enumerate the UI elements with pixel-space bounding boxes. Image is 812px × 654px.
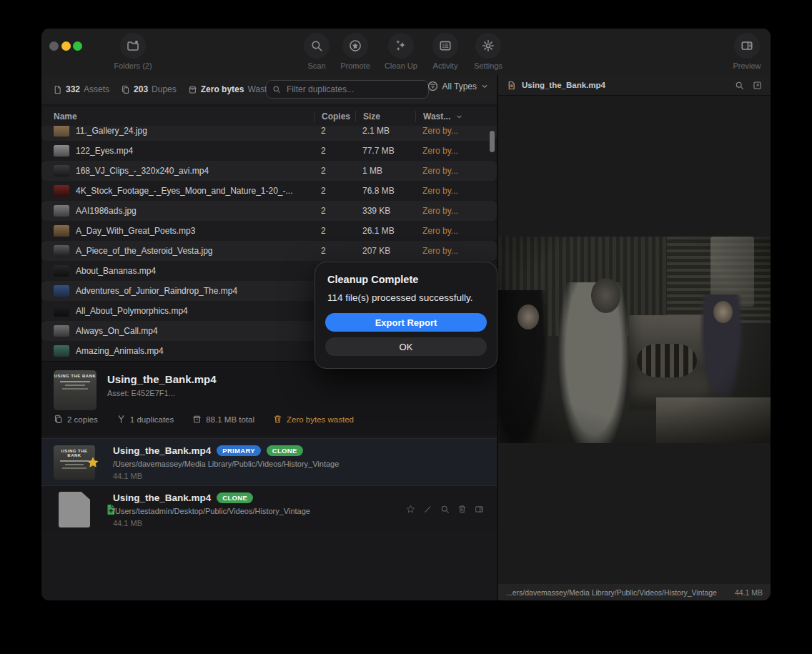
table-row[interactable]: A_Piece_of_the_Asteroid_Vesta.jpg2207 KB… [41, 241, 497, 261]
size-cell: 339 KB [355, 206, 415, 216]
document-icon [53, 85, 62, 94]
table-row[interactable]: 122_Eyes.mp4277.7 MBZero by... [41, 141, 497, 161]
asset-stat: 88.1 MB total [192, 415, 254, 424]
file-name: 4K_Stock_Footage_-_Eyes_Moon_and_Nature_… [76, 186, 293, 196]
sort-chevron-icon [456, 114, 462, 120]
preview-size: 44.1 MB [735, 588, 763, 597]
star-outline-icon[interactable] [406, 505, 415, 514]
primary-badge: PRIMARY [217, 445, 261, 456]
close-window-button[interactable] [49, 41, 59, 51]
settings-button[interactable]: Settings [465, 33, 511, 70]
column-header-name[interactable]: Name [41, 112, 314, 122]
maximize-window-button[interactable] [73, 41, 82, 51]
preview-button[interactable]: Preview [724, 33, 770, 70]
sparkles-icon [395, 39, 407, 52]
toolbar: Folders (2) Scan Promote Clean Up Activi… [41, 29, 771, 75]
search-icon [310, 39, 323, 52]
table-row[interactable]: 4K_Stock_Footage_-_Eyes_Moon_and_Nature_… [41, 181, 497, 201]
copies-cell: 2 [314, 126, 355, 136]
copies-list: USING THE BANKUsing_the_Bank.mp4PRIMARYC… [41, 438, 497, 532]
file-name: 11._Gallery_24.jpg [76, 126, 147, 136]
file-thumbnail [54, 265, 69, 277]
column-header-size[interactable]: Size [355, 111, 415, 122]
promote-button[interactable]: Promote [332, 33, 378, 70]
activity-icon [439, 39, 452, 52]
star-circle-icon [349, 39, 362, 52]
blank-file-icon [59, 492, 90, 527]
copy-actions [406, 505, 484, 514]
preview-icon[interactable] [475, 505, 484, 514]
type-filter-value: All Types [442, 81, 477, 91]
ok-button[interactable]: OK [325, 337, 487, 356]
media-file-icon [507, 81, 516, 90]
trash-icon[interactable] [457, 505, 467, 514]
table-row[interactable]: A_Day_With_Great_Poets.mp3226.1 MBZero b… [41, 221, 497, 241]
clone-badge: CLONE [267, 445, 303, 456]
asset-thumbnail: USING THE BANK [54, 370, 96, 410]
type-filter-dropdown[interactable]: All Types [427, 81, 488, 91]
asset-stat: 1 duplicates [117, 415, 174, 424]
file-thumbnail [54, 145, 69, 157]
minimize-window-button[interactable] [61, 41, 71, 51]
export-report-button[interactable]: Export Report [325, 313, 487, 332]
file-thumbnail [54, 245, 69, 257]
dialog-title: Cleanup Complete [327, 274, 487, 285]
copies-cell: 2 [314, 206, 355, 216]
copies-cell: 2 [314, 146, 355, 156]
folders-button[interactable]: Folders (2) [110, 33, 156, 70]
size-cell: 2.1 MB [355, 126, 415, 136]
wasted-cell: Zero by... [415, 186, 487, 196]
search-icon[interactable] [440, 505, 450, 514]
filter-search-field[interactable] [266, 80, 429, 99]
copy-row[interactable]: Using_the_Bank.mp4CLONE/Users/testadmin/… [41, 485, 497, 532]
file-name: 122_Eyes.mp4 [76, 146, 133, 156]
file-thumbnail [54, 225, 69, 237]
column-header-copies[interactable]: Copies [314, 111, 355, 122]
folders-label: Folders (2) [110, 61, 156, 70]
table-row[interactable]: AAI1986ads.jpg2339 KBZero by... [41, 201, 497, 221]
asset-detail-panel: USING THE BANK Using_the_Bank.mp4 Asset:… [41, 361, 497, 435]
activity-button[interactable]: Activity [422, 33, 468, 70]
trash-icon [273, 415, 282, 424]
copies-cell: 2 [314, 186, 355, 196]
clean-up-button[interactable]: Clean Up [378, 33, 424, 70]
video-preview-frame[interactable] [498, 237, 771, 443]
wasted-cell: Zero by... [415, 146, 487, 156]
box-icon [192, 415, 202, 424]
table-row[interactable]: 11._Gallery_24.jpg22.1 MBZero by... [41, 126, 497, 141]
table-row[interactable]: 168_VJ_Clips_-_320x240_avi.mp421 MBZero … [41, 161, 497, 181]
dialog-message: 114 file(s) processed successfully. [327, 292, 487, 303]
file-name: A_Day_With_Great_Poets.mp3 [76, 226, 195, 236]
file-thumbnail [54, 165, 69, 177]
wasted-cell: Zero by... [415, 206, 487, 216]
primary-star-icon [86, 456, 99, 469]
size-cell: 1 MB [355, 166, 415, 176]
assets-count: 332Assets [53, 84, 109, 94]
copies-cell: 2 [314, 226, 355, 236]
scrollbar-thumb[interactable] [490, 131, 495, 152]
copy-size: 44.1 MB [113, 519, 310, 527]
funnel-icon [427, 81, 438, 91]
size-cell: 207 KB [355, 246, 415, 256]
gear-icon [482, 39, 495, 52]
file-name: About_Bananas.mp4 [76, 266, 156, 276]
copies-icon [121, 85, 130, 94]
chevron-down-icon [481, 83, 488, 90]
preview-footer: ...ers/davemassey/Media Library/Public/V… [498, 584, 771, 600]
copy-path: /Users/testadmin/Desktop/Public/Videos/H… [113, 507, 310, 515]
file-name: A_Piece_of_the_Asteroid_Vesta.jpg [76, 246, 212, 256]
wasted-count: Zero bytesWasted [188, 84, 277, 94]
open-external-icon[interactable] [753, 81, 762, 90]
zoom-search-icon[interactable] [735, 81, 744, 90]
copies-icon [54, 415, 63, 424]
file-thumbnail [54, 325, 69, 337]
pencil-icon[interactable] [423, 505, 432, 514]
search-input[interactable] [285, 84, 422, 95]
file-thumbnail [54, 285, 69, 297]
asset-stat: Zero bytes wasted [273, 415, 354, 424]
asset-stat: 2 copies [54, 415, 98, 424]
copy-row[interactable]: USING THE BANKUsing_the_Bank.mp4PRIMARYC… [41, 438, 497, 485]
wasted-cell: Zero by... [415, 166, 487, 176]
preview-header: Using_the_Bank.mp4 [498, 75, 771, 96]
column-header-wasted[interactable]: Wast... [415, 111, 487, 122]
